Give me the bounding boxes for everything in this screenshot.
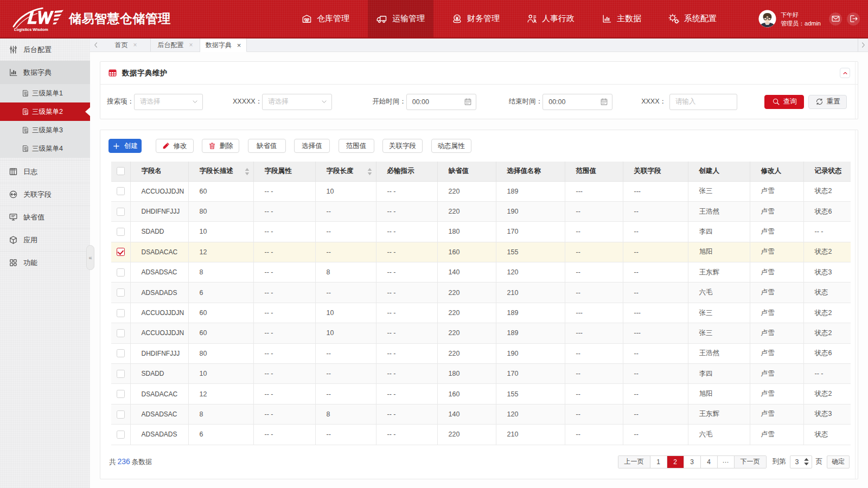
column-header-0[interactable]: 字段名 <box>130 162 188 181</box>
row-checkbox[interactable] <box>117 248 125 256</box>
table-row-6[interactable]: ACCUOJJDJN60-- -10-- -220189------张三卢雪状态… <box>111 303 851 323</box>
column-header-8[interactable]: 关联字段 <box>623 162 688 181</box>
sort-icon[interactable] <box>367 168 372 176</box>
reset-button[interactable]: 重置 <box>808 95 847 109</box>
sort-icon[interactable] <box>245 168 250 176</box>
start-time-input[interactable]: 00:00 <box>406 94 476 110</box>
tabs-scroll-left-button[interactable] <box>90 38 101 52</box>
cell-r4c9: 王东辉 <box>688 262 750 282</box>
row-checkbox[interactable] <box>117 309 125 317</box>
query-button[interactable]: 查询 <box>764 95 804 109</box>
toolbar-button-label: 选择值 <box>302 142 322 151</box>
row-checkbox[interactable] <box>117 288 125 297</box>
spinner-arrows-icon[interactable] <box>803 457 809 466</box>
row-checkbox[interactable] <box>117 187 125 195</box>
tabs-scroll-right-button[interactable] <box>858 38 868 52</box>
column-header-5[interactable]: 缺省值 <box>437 162 496 181</box>
topnav-item-1[interactable]: 运输管理 <box>368 0 433 37</box>
row-checkbox[interactable] <box>117 431 125 439</box>
table-row-9[interactable]: SDADD10-- ----- -180170----李四卢雪-- - <box>111 364 851 384</box>
tab-close-icon[interactable]: × <box>133 42 137 48</box>
topnav-item-5[interactable]: 系统配置 <box>660 0 725 37</box>
sidebar-item-1[interactable]: 数据字典 <box>0 61 90 84</box>
topnav-item-0[interactable]: 仓库管理 <box>293 0 358 37</box>
tab-close-icon[interactable]: × <box>237 42 241 49</box>
sidebar-item-4[interactable]: 缺省值 <box>0 206 90 228</box>
column-header-3[interactable]: 字段长度 <box>315 162 376 181</box>
page-button-4[interactable]: 4 <box>701 456 718 468</box>
sidebar-item-6[interactable]: 功能 <box>0 251 90 274</box>
sidebar-subitem-0[interactable]: 三级菜单1 <box>0 84 90 102</box>
table-row-11[interactable]: ADSADSAC8-- -8-- -140120----王东辉卢雪状态3 <box>111 404 851 424</box>
goto-page-input[interactable]: 3 <box>790 455 812 468</box>
tab-0[interactable]: 首页× <box>101 38 151 52</box>
column-header-1[interactable]: 字段长描述 <box>188 162 253 181</box>
sidebar-submenu: 三级菜单1三级菜单2三级菜单3三级菜单4 <box>0 84 90 158</box>
sidebar-item-5[interactable]: 应用 <box>0 228 90 251</box>
row-checkbox[interactable] <box>117 268 125 277</box>
page-button-1[interactable]: 1 <box>650 456 667 468</box>
confirm-button[interactable]: 确定 <box>827 455 850 468</box>
table-row-1[interactable]: DHDIFNFJJJ80-- ----- -220190----王浩然卢雪状态6 <box>111 201 851 221</box>
topnav-item-2[interactable]: 财务管理 <box>443 0 508 37</box>
row-checkbox[interactable] <box>117 228 125 236</box>
mail-button[interactable] <box>829 12 842 25</box>
sidebar-subitem-label: 三级菜单1 <box>32 89 63 98</box>
column-header-9[interactable]: 创建人 <box>688 162 750 181</box>
column-header-2[interactable]: 字段属性 <box>253 162 315 181</box>
tab-close-icon[interactable]: × <box>189 42 193 48</box>
end-time-input[interactable]: 00:00 <box>542 94 612 110</box>
tab-2[interactable]: 数据字典× <box>200 38 247 52</box>
topnav-item-3[interactable]: 人事行政 <box>518 0 583 37</box>
row-checkbox[interactable] <box>117 410 125 419</box>
next-page-button[interactable]: 下一页 <box>735 456 766 468</box>
toolbar-button-4[interactable]: 选择值 <box>294 139 330 153</box>
row-checkbox[interactable] <box>117 329 125 337</box>
table-row-0[interactable]: ACCUOJJDJN60-- -10-- -220189------张三卢雪状态… <box>111 181 851 201</box>
sidebar-collapse-handle[interactable]: « <box>86 245 94 270</box>
table-row-3[interactable]: DSADACAC12-- ----- -160155----旭阳卢雪状态2 <box>111 242 851 262</box>
page-button-2[interactable]: 2 <box>667 456 684 468</box>
sidebar-item-2[interactable]: 日志 <box>0 160 90 183</box>
xxxx-input[interactable]: 请输入 <box>669 94 737 110</box>
page-button-ellipsis[interactable]: ··· <box>718 456 735 468</box>
row-checkbox[interactable] <box>117 390 125 398</box>
column-header-4[interactable]: 必输指示 <box>376 162 437 181</box>
toolbar-button-0[interactable]: 创建 <box>108 139 142 153</box>
search-select[interactable]: 请选择 <box>134 94 203 110</box>
row-checkbox[interactable] <box>117 349 125 357</box>
toolbar-button-2[interactable]: 删除 <box>202 139 239 153</box>
avatar[interactable] <box>758 10 776 28</box>
sidebar-item-3[interactable]: 关联字段 <box>0 183 90 206</box>
toolbar-button-6[interactable]: 关联字段 <box>382 139 423 153</box>
sidebar-item-0[interactable]: 后台配置 <box>0 38 90 61</box>
column-header-11[interactable]: 记录状态 <box>803 162 851 181</box>
sidebar-subitem-1[interactable]: 三级菜单2 <box>0 102 90 121</box>
row-checkbox[interactable] <box>117 370 125 378</box>
page-button-3[interactable]: 3 <box>684 456 701 468</box>
toolbar-button-3[interactable]: 缺省值 <box>248 139 286 153</box>
table-row-7[interactable]: ACCUOJJDJN60-- -10-- -220189------张三卢雪状态… <box>111 323 851 343</box>
select-all-checkbox[interactable] <box>117 167 125 175</box>
topnav-item-4[interactable]: 主数据 <box>593 0 650 37</box>
table-row-4[interactable]: ADSADSAC8-- -8-- -140120----王东辉卢雪状态3 <box>111 262 851 282</box>
xxxxx-select[interactable]: 请选择 <box>262 94 332 110</box>
logout-button[interactable] <box>847 12 860 25</box>
table-row-8[interactable]: DHDIFNFJJJ80-- ----- -220190----王浩然卢雪状态6 <box>111 343 851 363</box>
tab-1[interactable]: 后台配置× <box>151 38 200 52</box>
table-row-12[interactable]: ADSADADS6-- ----- -220210----六毛卢雪状态 <box>111 425 851 445</box>
column-header-7[interactable]: 范围值 <box>565 162 623 181</box>
row-checkbox[interactable] <box>117 208 125 216</box>
column-header-10[interactable]: 修改人 <box>750 162 803 181</box>
toolbar-button-7[interactable]: 动态属性 <box>431 139 471 153</box>
table-row-10[interactable]: DSADACAC12-- ----- -160155----旭阳卢雪状态2 <box>111 384 851 404</box>
panel-collapse-button[interactable] <box>840 68 850 78</box>
column-header-6[interactable]: 选择值名称 <box>496 162 565 181</box>
prev-page-button[interactable]: 上一页 <box>618 456 650 468</box>
toolbar-button-5[interactable]: 范围值 <box>339 139 374 153</box>
sidebar-subitem-2[interactable]: 三级菜单3 <box>0 121 90 139</box>
sidebar-subitem-3[interactable]: 三级菜单4 <box>0 139 90 158</box>
table-row-5[interactable]: ADSADADS6-- ----- -220210----六毛卢雪状态 <box>111 282 851 303</box>
table-row-2[interactable]: SDADD10-- ----- -180170----李四卢雪-- - <box>111 222 851 242</box>
toolbar-button-1[interactable]: 修改 <box>156 139 194 153</box>
